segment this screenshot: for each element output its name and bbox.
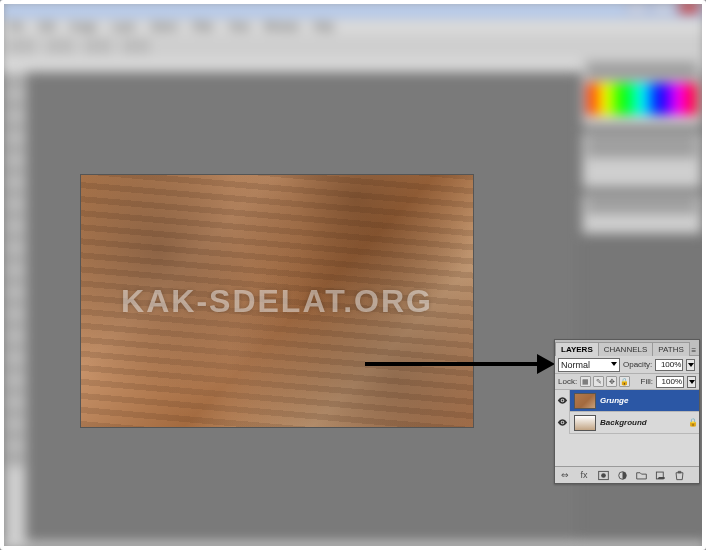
layer-list: Grunge Background 🔒 [555,390,699,466]
tool-icon[interactable] [6,184,24,202]
tab-layers[interactable]: LAYERS [555,342,599,356]
color-panel[interactable] [582,60,702,126]
fill-input[interactable]: 100% [656,376,684,388]
tool-icon[interactable] [6,250,24,268]
adjustment-layer-icon[interactable] [616,469,628,481]
layer-row-grunge[interactable]: Grunge [555,390,699,412]
menu-item[interactable]: View [228,21,250,32]
layer-name[interactable]: Background [600,418,687,427]
menu-item[interactable]: Image [69,21,97,32]
menu-item[interactable]: File [8,21,24,32]
tool-icon[interactable] [6,360,24,378]
status-bar [0,542,706,550]
lock-all-icon[interactable]: 🔒 [619,376,630,387]
fill-stepper[interactable] [687,376,696,388]
blend-mode-select[interactable]: Normal [558,358,620,372]
maximize-button[interactable] [652,2,674,14]
lock-buttons: ▦ ✎ ✥ 🔒 [580,376,630,387]
lock-position-icon[interactable]: ✥ [606,376,617,387]
menu-item[interactable]: Layer [111,21,136,32]
blend-mode-value: Normal [561,360,590,370]
fill-label: Fill: [641,377,653,386]
document-canvas[interactable] [81,175,473,427]
tool-icon[interactable] [6,74,24,92]
tool-icon[interactable] [6,228,24,246]
opacity-label: Opacity: [623,360,652,369]
svg-point-0 [561,400,563,402]
eye-icon [557,395,568,406]
layer-row-background[interactable]: Background 🔒 [555,412,699,434]
tool-icon[interactable] [6,140,24,158]
layer-style-icon[interactable]: fx [578,469,590,481]
svg-point-1 [561,422,563,424]
lock-icon: 🔒 [687,418,699,427]
adjustments-panel[interactable] [582,194,702,234]
window-titlebar [0,0,706,18]
layer-thumbnail[interactable] [574,415,596,431]
close-button[interactable] [678,2,700,14]
layers-panel-tabs: LAYERS CHANNELS PATHS ≡ [555,340,699,356]
tool-icon[interactable] [6,382,24,400]
menu-item[interactable]: Select [150,21,178,32]
window-controls [626,2,700,14]
visibility-toggle[interactable] [555,412,570,434]
toolbox [4,72,26,542]
menu-item[interactable]: Help [313,21,334,32]
tool-icon[interactable] [6,272,24,290]
option-chip[interactable] [122,39,150,53]
layer-thumbnail[interactable] [574,393,596,409]
tab-channels[interactable]: CHANNELS [598,342,654,356]
link-layers-icon[interactable]: ⇔ [559,469,571,481]
opacity-input[interactable]: 100% [655,359,683,371]
menu-item[interactable]: Edit [38,21,55,32]
lock-fill-row: Lock: ▦ ✎ ✥ 🔒 Fill: 100% [555,374,699,390]
tool-icon[interactable] [6,338,24,356]
tool-icon[interactable] [6,118,24,136]
tool-icon[interactable] [6,316,24,334]
options-bar [0,34,706,58]
tool-icon[interactable] [6,426,24,444]
layers-panel-footer: ⇔ fx [555,466,699,483]
panel-menu-icon[interactable]: ≡ [689,346,699,355]
delete-layer-icon[interactable] [673,469,685,481]
tool-icon[interactable] [6,294,24,312]
option-chip[interactable] [84,39,112,53]
chevron-down-icon [611,362,617,366]
layer-name[interactable]: Grunge [600,396,699,405]
option-chip[interactable] [8,39,36,53]
blend-opacity-row: Normal Opacity: 100% [555,356,699,374]
group-icon[interactable] [635,469,647,481]
new-layer-icon[interactable] [654,469,666,481]
right-panel-stack [582,60,702,240]
visibility-toggle[interactable] [555,390,570,412]
tool-icon[interactable] [6,404,24,422]
layers-panel: LAYERS CHANNELS PATHS ≡ Normal Opacity: … [554,339,700,484]
eye-icon [557,417,568,428]
tool-icon[interactable] [6,448,24,466]
swatches-panel[interactable] [582,132,702,188]
lock-transparent-icon[interactable]: ▦ [580,376,591,387]
lock-pixels-icon[interactable]: ✎ [593,376,604,387]
tool-icon[interactable] [6,206,24,224]
menu-bar: File Edit Image Layer Select Filter View… [0,18,706,34]
svg-point-3 [601,473,606,478]
tool-icon[interactable] [6,162,24,180]
tool-icon[interactable] [6,96,24,114]
tab-paths[interactable]: PATHS [652,342,689,356]
lock-label: Lock: [558,377,577,386]
menu-item[interactable]: Window [264,21,300,32]
layer-list-empty [555,434,699,466]
menu-item[interactable]: Filter [192,21,214,32]
minimize-button[interactable] [626,2,648,14]
option-chip[interactable] [46,39,74,53]
opacity-stepper[interactable] [686,359,695,371]
layer-mask-icon[interactable] [597,469,609,481]
color-spectrum[interactable] [587,83,697,115]
